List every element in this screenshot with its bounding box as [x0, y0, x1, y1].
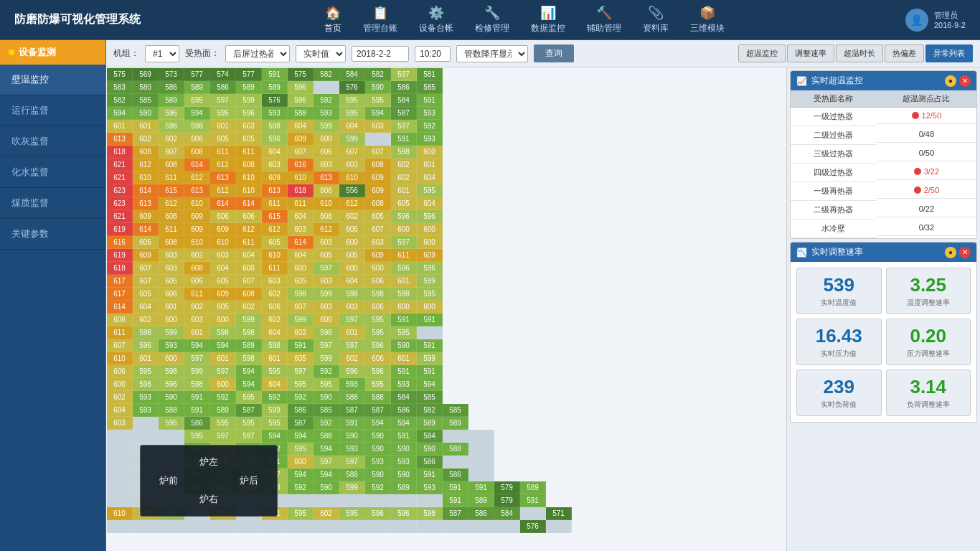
- sidebar-item-coal[interactable]: 煤质监督: [0, 188, 105, 219]
- table-row: 582: [365, 68, 391, 81]
- table-row: 599: [184, 365, 210, 378]
- table-row: [107, 468, 133, 481]
- table-row: 595: [365, 378, 391, 391]
- table-row: 593: [365, 456, 391, 468]
- avatar: 👤: [905, 9, 928, 32]
- list-item[interactable]: 二级再热器0/22: [791, 201, 976, 220]
- table-row: 591: [262, 68, 288, 81]
- table-row: 614: [288, 236, 314, 249]
- list-item[interactable]: 一级过热器12/50: [791, 108, 976, 126]
- table-row: 610: [314, 197, 339, 210]
- table-row: 590: [391, 339, 417, 352]
- data-grid-container[interactable]: 5755695735775745775915755825845825975815…: [106, 67, 786, 551]
- table-row: 617: [107, 275, 133, 288]
- table-row: 603: [210, 249, 236, 262]
- table-row: 607: [288, 146, 314, 159]
- table-row: 604: [210, 262, 236, 275]
- list-item[interactable]: 一级再热器2/50: [791, 182, 976, 201]
- adj-card-value: 3.14: [892, 376, 965, 398]
- nav-repo[interactable]: 📎 资料库: [643, 5, 669, 34]
- adj-close-button[interactable]: ✕: [959, 247, 971, 258]
- table-row: 607: [365, 146, 391, 159]
- nav-mgmt[interactable]: 📋 管理台账: [363, 5, 397, 34]
- alarm-indicator: [914, 168, 921, 175]
- table-row: 613: [133, 197, 159, 210]
- sidebar-item-run[interactable]: 运行监督: [0, 95, 105, 126]
- sidebar-item-blowash[interactable]: 吹灰监督: [0, 126, 105, 157]
- table-row: 605: [210, 301, 236, 314]
- table-row: 612: [262, 223, 288, 236]
- minimize-button[interactable]: ●: [945, 75, 956, 87]
- adj-rate-header: 📉 实时调整速率 ● ✕: [791, 242, 976, 262]
- sidebar-item-chem[interactable]: 化水监督: [0, 157, 105, 188]
- list-item[interactable]: 水冷壁0/32: [791, 220, 976, 238]
- table-row: 606: [210, 210, 236, 223]
- nav-3d[interactable]: 📦 三维模块: [690, 5, 725, 34]
- super-temp-table: 受热面名称 超温测点占比 一级过热器12/50二级过热器0/48三级过热器0/5…: [791, 90, 976, 238]
- table-row: 592: [365, 481, 391, 494]
- table-row: 610: [236, 184, 262, 197]
- table-row: [107, 430, 133, 443]
- table-row: [159, 430, 184, 443]
- table-row: 594: [314, 468, 339, 481]
- nav-inspect[interactable]: 🔧 检修管理: [475, 5, 509, 34]
- table-row: 606: [262, 301, 288, 314]
- table-row: 592: [314, 417, 339, 430]
- adj-card-press-val: 16.43实时压力值: [796, 319, 882, 365]
- table-row: 591: [288, 339, 314, 352]
- tab-adj-rate[interactable]: 调整速率: [787, 44, 834, 62]
- tab-super-temp[interactable]: 超温监控: [738, 44, 786, 62]
- display-mode-select[interactable]: 管数降序显示: [456, 45, 528, 62]
- table-row: 603: [262, 159, 288, 171]
- table-row: 612: [339, 197, 365, 210]
- nav-home[interactable]: 🏠 首页: [324, 5, 341, 34]
- table-row: [107, 456, 133, 468]
- tab-heat-bias[interactable]: 热偏差: [885, 44, 924, 62]
- table-row: 591: [417, 94, 443, 107]
- table-row: 619: [107, 249, 133, 262]
- table-row: 601: [107, 120, 133, 133]
- machine-select[interactable]: #1: [145, 45, 179, 62]
- table-row: 591: [468, 481, 494, 494]
- tab-anomaly-list[interactable]: 异常列表: [925, 44, 973, 62]
- table-row: 603: [107, 417, 133, 430]
- adj-minimize-button[interactable]: ●: [945, 247, 956, 258]
- table-row: 591: [184, 404, 210, 417]
- query-button[interactable]: 查询: [534, 44, 574, 62]
- table-row: 612: [314, 223, 339, 236]
- table-row: 598: [339, 288, 365, 301]
- table-row: 611: [184, 288, 210, 301]
- table-row: 592: [262, 391, 288, 404]
- table-row: 595: [391, 326, 417, 339]
- list-item[interactable]: 四级过热器3/22: [791, 164, 976, 182]
- table-row: 598: [391, 146, 417, 159]
- alarm-count: 0/32: [877, 220, 976, 236]
- table-row: 613: [314, 171, 339, 184]
- heat-select[interactable]: 后屏过热器: [225, 45, 290, 62]
- table-row: 600: [391, 223, 417, 236]
- table-row: 609: [262, 171, 288, 184]
- nav-data[interactable]: 📊 数据监控: [531, 5, 565, 34]
- adj-cards-grid: 539实时温度值3.25温度调整速率16.43实时压力值0.20压力调整速率23…: [791, 262, 976, 422]
- time-input[interactable]: [415, 46, 451, 62]
- nav-equip[interactable]: ⚙️ 设备台帐: [419, 5, 453, 34]
- table-row: 593: [133, 391, 159, 404]
- table-row: 611: [262, 197, 288, 210]
- data-icon: 📊: [540, 5, 556, 21]
- close-button[interactable]: ✕: [959, 75, 971, 87]
- time-type-select[interactable]: 实时值: [296, 45, 346, 62]
- sidebar-item-key-params[interactable]: 关键参数: [0, 219, 105, 250]
- table-row: [417, 494, 443, 507]
- tab-super-duration[interactable]: 超温时长: [836, 44, 883, 62]
- adj-card-temp-rate: 3.25温度调整速率: [886, 268, 971, 314]
- list-item[interactable]: 二级过热器0/48: [791, 126, 976, 145]
- table-row: 606: [365, 275, 391, 288]
- list-item[interactable]: 三级过热器0/50: [791, 145, 976, 164]
- table-row: 590: [314, 391, 339, 404]
- nav-assist[interactable]: 🔨 辅助管理: [587, 5, 621, 34]
- date-input[interactable]: [352, 46, 409, 62]
- table-row: 588: [339, 391, 365, 404]
- sidebar-item-wall-temp[interactable]: 壁温监控: [0, 65, 105, 95]
- table-row: 601: [210, 352, 236, 365]
- table-row: 601: [184, 326, 210, 339]
